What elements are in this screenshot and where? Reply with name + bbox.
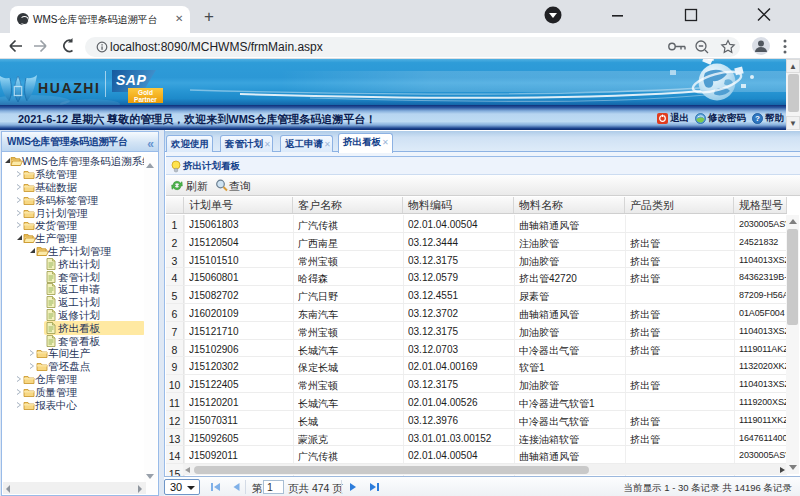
svg-text:?: ? <box>755 114 760 123</box>
